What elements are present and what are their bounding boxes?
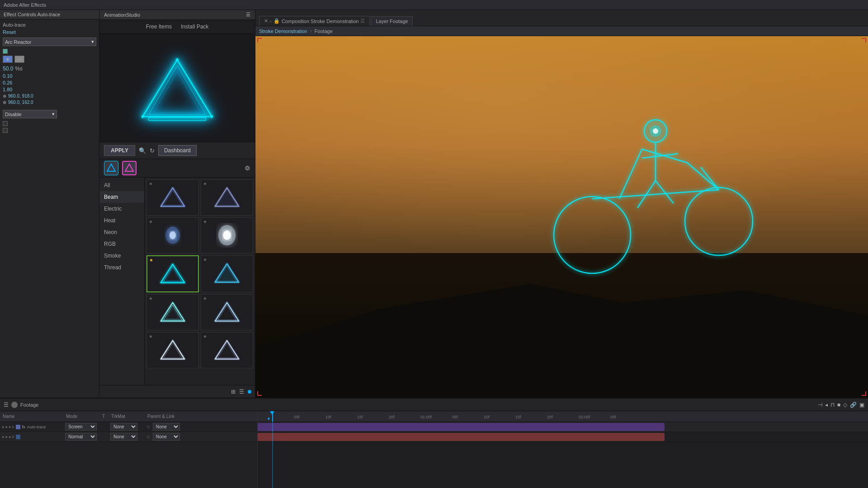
- value2[interactable]: 0.26: [3, 80, 12, 85]
- cat-beam[interactable]: Beam: [99, 191, 144, 203]
- grid-view-icon[interactable]: ⊞: [231, 389, 236, 395]
- checkbox-row-3: [3, 128, 96, 133]
- col-header-mode: Mode: [63, 414, 99, 419]
- mode-select-2[interactable]: Normal: [65, 433, 97, 441]
- checkbox-1[interactable]: [3, 49, 8, 54]
- main-area: Effect Controls Auto-trace Auto-trace Re…: [0, 10, 868, 398]
- layer-solo-2[interactable]: ●: [5, 435, 7, 439]
- preset-item-9[interactable]: ★: [146, 332, 199, 368]
- parent-select-2[interactable]: None: [153, 433, 180, 441]
- star-icon-5[interactable]: ★: [149, 258, 153, 263]
- preset-item-10[interactable]: ★: [201, 332, 253, 368]
- preset-dropdown[interactable]: Arc Reactor ▾: [3, 38, 96, 46]
- value1[interactable]: 0.10: [3, 73, 12, 79]
- cat-electric[interactable]: Electric: [99, 203, 144, 215]
- layer-visibility-2[interactable]: ●: [2, 435, 4, 439]
- svg-marker-7: [107, 164, 115, 171]
- star-icon-6[interactable]: ★: [203, 257, 207, 262]
- filter-icon-blue[interactable]: [104, 161, 118, 175]
- tl-cam-icon[interactable]: ▣: [859, 402, 864, 408]
- checkbox-3[interactable]: [3, 128, 8, 133]
- star-icon-1[interactable]: ★: [149, 181, 153, 186]
- install-pack-link[interactable]: Install Pack: [181, 23, 208, 30]
- search-icon[interactable]: 🔍: [139, 147, 146, 154]
- free-items-link[interactable]: Free Items: [146, 23, 172, 30]
- tl-mask-icon[interactable]: ⊓: [830, 402, 835, 408]
- cat-neon[interactable]: Neon: [99, 226, 144, 238]
- preset-item-5[interactable]: ★: [146, 255, 199, 292]
- layer-mode-1: Screen: [63, 423, 99, 431]
- layer-name-1: Auto-trace: [27, 425, 46, 429]
- dashboard-button[interactable]: Dashboard: [158, 145, 197, 156]
- timeline-column-headers: Name Mode T TrkMat Parent & Link: [0, 411, 257, 422]
- parent-select-1[interactable]: None: [153, 423, 180, 431]
- comp-tab-menu[interactable]: ☰: [360, 18, 365, 24]
- mode-select-1[interactable]: Screen: [65, 423, 97, 431]
- viewport-corner-tr: [862, 38, 866, 42]
- breadcrumb-footage[interactable]: Footage: [314, 28, 332, 34]
- coord1[interactable]: 960.0, 918.0: [8, 94, 33, 99]
- tl-solid-icon[interactable]: ■: [837, 402, 840, 408]
- star-icon-10[interactable]: ★: [203, 334, 207, 339]
- disable-dropdown[interactable]: Disable ▾: [3, 110, 57, 118]
- trkmat-select-2[interactable]: None: [110, 433, 137, 441]
- ruler-02-05f: 05f: [610, 415, 616, 419]
- star-icon-2[interactable]: ★: [203, 181, 207, 186]
- layer-parent-2: ⊙ None: [145, 433, 199, 441]
- breadcrumb-stroke[interactable]: Stroke Demonstration: [259, 28, 307, 34]
- ruler-10f: 10f: [326, 415, 331, 419]
- cat-smoke[interactable]: Smoke: [99, 250, 144, 262]
- tools-icon[interactable]: ⚙: [245, 164, 250, 172]
- layer-solo[interactable]: ●: [5, 425, 7, 429]
- animation-studio-menu-icon[interactable]: ☰: [246, 12, 250, 18]
- star-icon-8[interactable]: ★: [203, 296, 207, 301]
- color-box-1[interactable]: ■: [3, 56, 13, 63]
- tl-keyframe-icon[interactable]: ◇: [843, 402, 847, 408]
- layer-lock-2[interactable]: ●: [9, 435, 11, 439]
- track-bar-2: [258, 433, 665, 441]
- cat-all[interactable]: All: [99, 179, 144, 191]
- tl-goto-start[interactable]: ⊣: [818, 402, 822, 408]
- star-icon-9[interactable]: ★: [149, 334, 153, 339]
- percent-value[interactable]: 50.0: [3, 66, 13, 72]
- apply-button[interactable]: APPLY: [104, 145, 135, 156]
- color-box-2[interactable]: ↔: [14, 56, 24, 63]
- tl-link-icon[interactable]: 🔗: [850, 402, 857, 408]
- preset-item-7[interactable]: ★: [146, 294, 199, 330]
- preset-item-3[interactable]: ★: [146, 217, 199, 253]
- reset-button[interactable]: Reset: [3, 29, 96, 35]
- star-icon-7[interactable]: ★: [149, 296, 153, 301]
- fx-icon-1[interactable]: fx: [22, 425, 25, 429]
- tl-prev-frame[interactable]: ◂: [825, 402, 828, 408]
- cat-thread[interactable]: Thread: [99, 262, 144, 273]
- filter-icon-pink[interactable]: [122, 161, 137, 175]
- playhead-arrow: [270, 411, 274, 415]
- animation-studio-header: AnimationStudio ☰: [99, 10, 255, 20]
- list-view-icon[interactable]: ☰: [239, 389, 244, 395]
- trkmat-select-1[interactable]: None: [110, 423, 137, 431]
- tl-menu-icon[interactable]: ☰: [4, 402, 9, 408]
- layer-footage-tab[interactable]: Layer Footage: [371, 16, 413, 26]
- preset-item-4[interactable]: ★: [201, 217, 253, 253]
- preset-item-1[interactable]: ★: [146, 179, 199, 216]
- layer-mode-2: Normal: [63, 433, 99, 441]
- value3[interactable]: 1.80: [3, 87, 12, 92]
- star-icon-4[interactable]: ★: [203, 219, 207, 224]
- coord2[interactable]: 960.0, 162.0: [8, 100, 33, 105]
- star-icon-3[interactable]: ★: [149, 219, 153, 224]
- ruler-01-05f: 05f: [452, 415, 458, 419]
- layer-lock[interactable]: ●: [9, 425, 11, 429]
- cycle-icon[interactable]: ↻: [150, 147, 155, 154]
- preset-item-6[interactable]: ★: [201, 255, 253, 292]
- animation-studio-title: AnimationStudio: [104, 12, 140, 18]
- layer-visibility[interactable]: ●: [2, 425, 4, 429]
- preset-item-8[interactable]: ★: [201, 294, 253, 330]
- cat-heat[interactable]: Heat: [99, 215, 144, 226]
- preset-item-2[interactable]: ★: [201, 179, 253, 216]
- checkbox-row-1: [3, 49, 96, 54]
- close-tab-icon[interactable]: ✕: [264, 18, 268, 24]
- viewport-corner-tl: [257, 38, 262, 42]
- checkbox-2[interactable]: [3, 121, 8, 126]
- composition-tab-title[interactable]: Composition Stroke Demonstration: [282, 19, 359, 24]
- cat-rgb[interactable]: RGB: [99, 238, 144, 250]
